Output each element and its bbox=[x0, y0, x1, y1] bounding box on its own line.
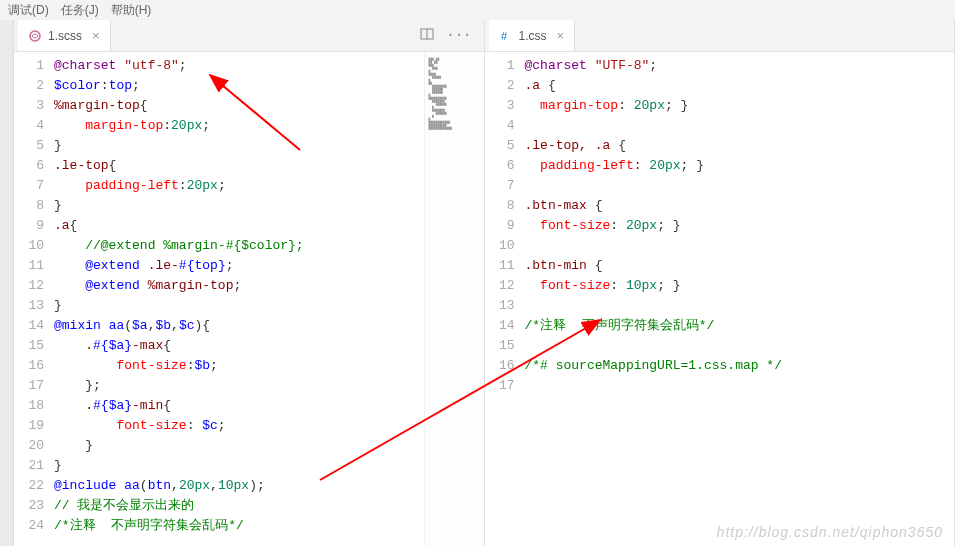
css-file-icon: # bbox=[499, 29, 513, 43]
code-line[interactable]: } bbox=[54, 196, 424, 216]
code-line[interactable]: } bbox=[54, 296, 424, 316]
activity-bar-stub bbox=[0, 20, 14, 546]
code-line[interactable] bbox=[525, 176, 955, 196]
close-icon[interactable]: × bbox=[557, 28, 565, 43]
editor-area: 1.scss × ··· 123456789101112131415161718… bbox=[0, 20, 955, 546]
code-line[interactable]: @charset "utf-8"; bbox=[54, 56, 424, 76]
code-line[interactable]: /*注释 不声明字符集会乱码*/ bbox=[525, 316, 955, 336]
minimap[interactable]: ███ ██ ██ ██ ███ ███ █ ████ █████ █ ██ █… bbox=[424, 52, 484, 546]
code-line[interactable]: } bbox=[54, 436, 424, 456]
scss-file-icon bbox=[28, 29, 42, 43]
split-editor-icon[interactable] bbox=[420, 27, 434, 45]
tab-scss-label: 1.scss bbox=[48, 29, 82, 43]
code-line[interactable]: .btn-min { bbox=[525, 256, 955, 276]
code-content[interactable]: @charset "utf-8";$color:top;%margin-top{… bbox=[54, 52, 424, 546]
code-line[interactable]: /*# sourceMappingURL=1.css.map */ bbox=[525, 356, 955, 376]
tab-scss[interactable]: 1.scss × bbox=[18, 20, 111, 51]
code-line[interactable]: .a{ bbox=[54, 216, 424, 236]
code-line[interactable]: // 我是不会显示出来的 bbox=[54, 496, 424, 516]
code-line[interactable]: font-size: 20px; } bbox=[525, 216, 955, 236]
code-line[interactable]: @extend .le-#{top}; bbox=[54, 256, 424, 276]
menu-tasks[interactable]: 任务(J) bbox=[61, 2, 99, 19]
code-line[interactable] bbox=[525, 236, 955, 256]
code-line[interactable]: @charset "UTF-8"; bbox=[525, 56, 955, 76]
minimap-content: ███ ██ ██ ██ ███ ███ █ ████ █████ █ ██ █… bbox=[429, 58, 452, 130]
menu-help[interactable]: 帮助(H) bbox=[111, 2, 152, 19]
code-line[interactable] bbox=[525, 376, 955, 396]
code-line[interactable] bbox=[525, 336, 955, 356]
code-line[interactable]: .#{$a}-max{ bbox=[54, 336, 424, 356]
code-line[interactable]: @extend %margin-top; bbox=[54, 276, 424, 296]
code-line[interactable]: margin-top: 20px; } bbox=[525, 96, 955, 116]
menubar: 调试(D) 任务(J) 帮助(H) bbox=[0, 0, 955, 20]
code-line[interactable]: .#{$a}-min{ bbox=[54, 396, 424, 416]
close-icon[interactable]: × bbox=[92, 28, 100, 43]
code-line[interactable]: @mixin aa($a,$b,$c){ bbox=[54, 316, 424, 336]
tabbar-right: # 1.css × bbox=[485, 20, 955, 52]
code-line[interactable]: } bbox=[54, 136, 424, 156]
editor-pane-left: 1.scss × ··· 123456789101112131415161718… bbox=[14, 20, 485, 546]
code-line[interactable]: .le-top{ bbox=[54, 156, 424, 176]
code-line[interactable]: $color:top; bbox=[54, 76, 424, 96]
line-gutter: 1234567891011121314151617 bbox=[485, 52, 525, 546]
editor-pane-right: # 1.css × 1234567891011121314151617 @cha… bbox=[485, 20, 956, 546]
code-line[interactable]: font-size: 10px; } bbox=[525, 276, 955, 296]
code-line[interactable]: %margin-top{ bbox=[54, 96, 424, 116]
code-line[interactable]: font-size:$b; bbox=[54, 356, 424, 376]
code-line[interactable]: padding-left: 20px; } bbox=[525, 156, 955, 176]
tab-css-label: 1.css bbox=[519, 29, 547, 43]
code-line[interactable] bbox=[525, 116, 955, 136]
line-gutter: 123456789101112131415161718192021222324 bbox=[14, 52, 54, 546]
code-line[interactable]: margin-top:20px; bbox=[54, 116, 424, 136]
code-line[interactable]: .a { bbox=[525, 76, 955, 96]
menu-debug[interactable]: 调试(D) bbox=[8, 2, 49, 19]
svg-text:#: # bbox=[501, 30, 508, 42]
code-line[interactable] bbox=[525, 296, 955, 316]
code-line[interactable]: .btn-max { bbox=[525, 196, 955, 216]
tab-actions-left: ··· bbox=[420, 27, 483, 45]
tab-css[interactable]: # 1.css × bbox=[489, 20, 576, 51]
code-line[interactable]: //@extend %margin-#{$color}; bbox=[54, 236, 424, 256]
editor-body-left[interactable]: 123456789101112131415161718192021222324 … bbox=[14, 52, 484, 546]
code-line[interactable]: padding-left:20px; bbox=[54, 176, 424, 196]
code-line[interactable]: /*注释 不声明字符集会乱码*/ bbox=[54, 516, 424, 536]
code-line[interactable]: .le-top, .a { bbox=[525, 136, 955, 156]
app-root: 调试(D) 任务(J) 帮助(H) 1.scss × ··· bbox=[0, 0, 955, 546]
code-line[interactable]: font-size: $c; bbox=[54, 416, 424, 436]
code-line[interactable]: @include aa(btn,20px,10px); bbox=[54, 476, 424, 496]
code-line[interactable]: }; bbox=[54, 376, 424, 396]
editor-body-right[interactable]: 1234567891011121314151617 @charset "UTF-… bbox=[485, 52, 955, 546]
code-line[interactable]: } bbox=[54, 456, 424, 476]
watermark: http://blog.csdn.net/qiphon3650 bbox=[717, 524, 943, 540]
code-content[interactable]: @charset "UTF-8";.a { margin-top: 20px; … bbox=[525, 52, 955, 546]
more-actions-icon[interactable]: ··· bbox=[446, 27, 471, 45]
tabbar-left: 1.scss × ··· bbox=[14, 20, 484, 52]
